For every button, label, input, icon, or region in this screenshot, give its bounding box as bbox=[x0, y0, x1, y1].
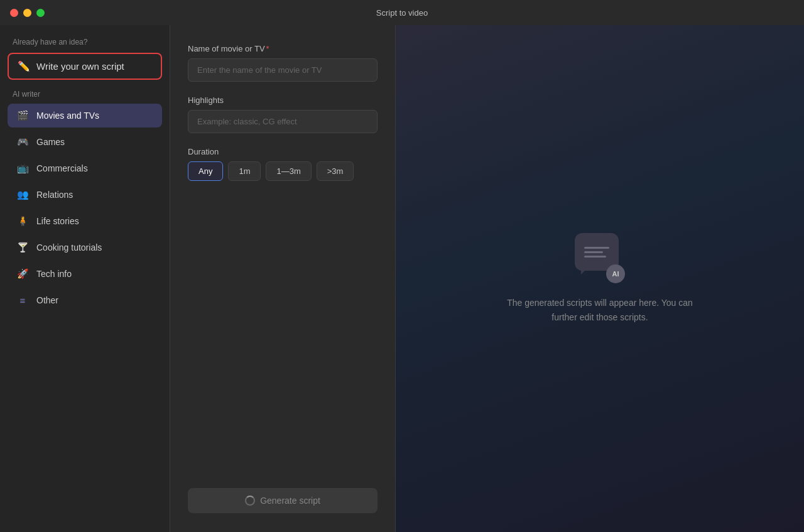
games-icon: 🎮 bbox=[16, 136, 29, 148]
commercials-icon: 📺 bbox=[16, 162, 29, 175]
sidebar-item-tech[interactable]: 🚀 Tech info bbox=[8, 262, 162, 286]
highlights-field: Highlights bbox=[188, 95, 378, 133]
sidebar-item-relations[interactable]: 👥 Relations bbox=[8, 183, 162, 207]
chat-lines bbox=[577, 241, 617, 264]
sidebar-item-label: Other bbox=[36, 295, 58, 305]
sidebar-item-label: Movies and TVs bbox=[36, 111, 99, 121]
close-button[interactable] bbox=[10, 9, 18, 17]
maximize-button[interactable] bbox=[36, 9, 45, 17]
sidebar-item-commercials[interactable]: 📺 Commercials bbox=[8, 156, 162, 180]
write-script-label: Write your own script bbox=[36, 61, 124, 72]
right-panel-empty-text: The generated scripts will appear here. … bbox=[499, 296, 700, 324]
sidebar-item-label: Tech info bbox=[36, 269, 72, 279]
highlights-label: Highlights bbox=[188, 95, 378, 105]
sidebar: Already have an idea? ✏️ Write your own … bbox=[0, 25, 170, 532]
cooking-icon: 🍸 bbox=[16, 241, 29, 254]
minimize-button[interactable] bbox=[23, 9, 31, 17]
duration-label: Duration bbox=[188, 147, 378, 156]
sidebar-item-label: Cooking tutorials bbox=[36, 242, 102, 252]
movie-name-label: Name of movie or TV* bbox=[188, 44, 378, 53]
center-panel: Name of movie or TV* Highlights Duration… bbox=[170, 25, 396, 532]
sidebar-item-movies[interactable]: 🎬 Movies and TVs bbox=[8, 104, 162, 128]
duration-3m-button[interactable]: >3m bbox=[317, 161, 354, 181]
generate-btn-label: Generate script bbox=[260, 496, 320, 506]
movies-icon: 🎬 bbox=[16, 109, 29, 122]
sidebar-item-label: Life stories bbox=[36, 216, 79, 226]
tech-icon: 🚀 bbox=[16, 268, 29, 280]
spinner-icon bbox=[245, 496, 255, 506]
write-script-button[interactable]: ✏️ Write your own script bbox=[8, 53, 162, 80]
duration-buttons: Any 1m 1—3m >3m bbox=[188, 161, 378, 181]
chat-line-1 bbox=[584, 247, 609, 249]
duration-1m-button[interactable]: 1m bbox=[228, 161, 261, 181]
pencil-icon: ✏️ bbox=[18, 60, 30, 72]
highlights-input[interactable] bbox=[188, 110, 378, 133]
traffic-lights bbox=[10, 9, 45, 17]
duration-1-3m-button[interactable]: 1—3m bbox=[266, 161, 311, 181]
right-panel: AI The generated scripts will appear her… bbox=[396, 25, 804, 532]
life-stories-icon: 🧍 bbox=[16, 215, 29, 227]
sidebar-header: Already have an idea? bbox=[8, 38, 162, 46]
main-layout: Already have an idea? ✏️ Write your own … bbox=[0, 25, 804, 532]
sidebar-item-label: Commercials bbox=[36, 163, 88, 173]
duration-field: Duration Any 1m 1—3m >3m bbox=[188, 147, 378, 181]
titlebar: Script to video bbox=[0, 0, 804, 25]
chat-line-3 bbox=[584, 256, 606, 258]
movie-name-input[interactable] bbox=[188, 58, 378, 82]
generate-script-button[interactable]: Generate script bbox=[188, 488, 378, 513]
other-icon: ≡ bbox=[16, 294, 29, 307]
ai-icon-container: AI bbox=[575, 233, 625, 283]
ai-badge: AI bbox=[606, 264, 625, 283]
movie-name-field: Name of movie or TV* bbox=[188, 44, 378, 82]
sidebar-item-games[interactable]: 🎮 Games bbox=[8, 130, 162, 154]
sidebar-item-label: Relations bbox=[36, 190, 73, 200]
chat-line-2 bbox=[584, 251, 603, 253]
sidebar-item-label: Games bbox=[36, 137, 65, 147]
ai-writer-label: AI writer bbox=[8, 90, 162, 99]
duration-any-button[interactable]: Any bbox=[188, 161, 223, 181]
relations-icon: 👥 bbox=[16, 188, 29, 201]
sidebar-item-cooking[interactable]: 🍸 Cooking tutorials bbox=[8, 236, 162, 259]
sidebar-item-life-stories[interactable]: 🧍 Life stories bbox=[8, 209, 162, 233]
window-title: Script to video bbox=[376, 8, 428, 18]
sidebar-item-other[interactable]: ≡ Other bbox=[8, 288, 162, 312]
